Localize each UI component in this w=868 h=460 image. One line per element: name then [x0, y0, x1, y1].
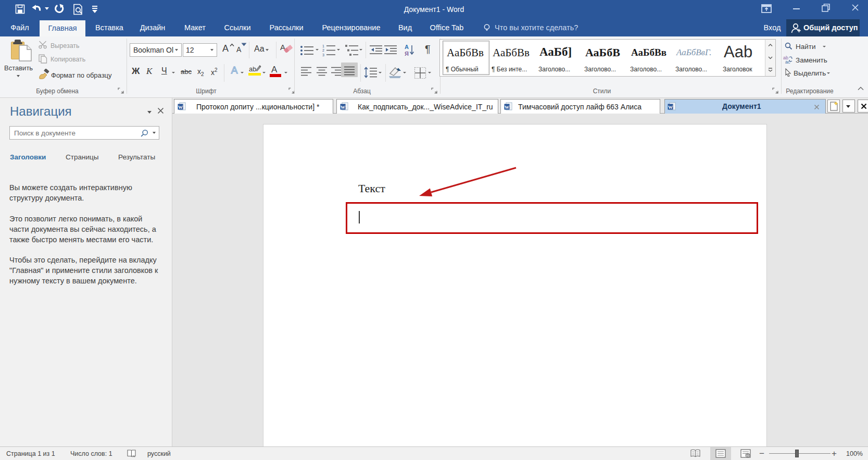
svg-text:А: А — [405, 44, 409, 50]
svg-text:А: А — [231, 66, 238, 75]
svg-text:W: W — [178, 105, 183, 110]
svg-text:1: 1 — [322, 44, 324, 48]
svg-text:W: W — [341, 105, 345, 110]
svg-text:Я: Я — [405, 51, 409, 56]
svg-text:3: 3 — [322, 53, 324, 57]
svg-text:W: W — [505, 105, 509, 110]
svg-text:W: W — [668, 105, 673, 110]
svg-text:2: 2 — [322, 48, 324, 52]
